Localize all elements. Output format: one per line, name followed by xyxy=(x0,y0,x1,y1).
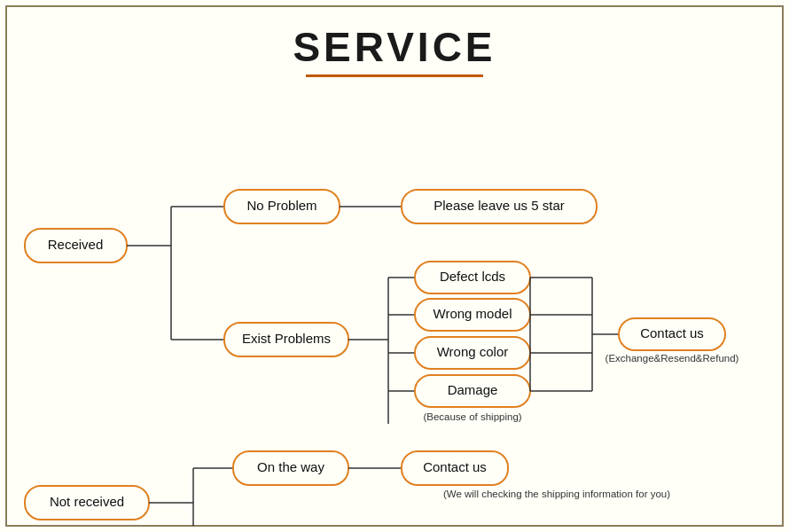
contact-us-2-label: Contact us xyxy=(423,459,487,474)
checking-note-label: (We will checking the shipping informati… xyxy=(443,489,670,499)
wrong-color-label: Wrong color xyxy=(437,344,509,359)
defect-lcds-label: Defect lcds xyxy=(440,269,505,284)
damage-note-label: (Because of shipping) xyxy=(423,411,521,422)
title-underline xyxy=(306,74,483,77)
contact-us-1-label: Contact us xyxy=(640,325,704,340)
not-received-label: Not received xyxy=(50,494,124,509)
outer-border: SERVICE Received No Problem Please leave… xyxy=(5,5,784,527)
damage-label: Damage xyxy=(448,382,498,397)
diagram: Received No Problem Please leave us 5 st… xyxy=(7,91,785,526)
on-the-way-label: On the way xyxy=(257,459,324,474)
page-title: SERVICE xyxy=(7,7,782,71)
received-label: Received xyxy=(48,237,104,252)
exchange-note-label: (Exchange&Resend&Refund) xyxy=(605,353,739,364)
please-leave-label: Please leave us 5 star xyxy=(434,198,565,213)
no-problem-label: No Problem xyxy=(246,198,316,213)
exist-problems-label: Exist Problems xyxy=(242,331,331,346)
wrong-model-label: Wrong model xyxy=(434,306,512,321)
